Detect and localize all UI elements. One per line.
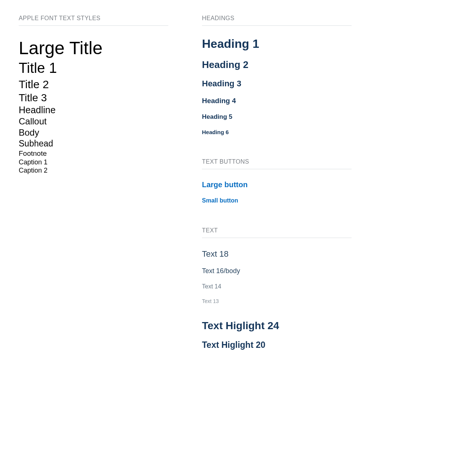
text-13: Text 13 [202,298,444,304]
heading-3: Heading 3 [202,79,444,89]
text-highlight-24: Text Higlight 24 [202,320,444,332]
style-callout: Callout [19,116,180,127]
text-18: Text 18 [202,249,444,259]
style-title-1: Title 1 [19,59,180,77]
heading-4: Heading 4 [202,97,444,105]
heading-6: Heading 6 [202,129,444,135]
divider [202,25,352,26]
style-large-title: Large Title [19,37,180,59]
heading-1: Heading 1 [202,37,444,51]
divider [202,169,352,169]
style-caption-1: Caption 1 [19,158,180,167]
custom-styles-column: HEADINGS Heading 1 Heading 2 Heading 3 H… [202,15,444,358]
text-highlight-20: Text Higlight 20 [202,340,444,350]
text-buttons-section-label: TEXT BUTTONS [202,158,444,165]
style-headline: Headline [19,104,180,116]
style-subhead: Subhead [19,138,180,149]
headings-group: Heading 1 Heading 2 Heading 3 Heading 4 … [202,37,444,135]
style-caption-2: Caption 2 [19,166,180,175]
style-title-2: Title 2 [19,77,180,92]
divider [202,238,352,238]
text-section-label: TEXT [202,227,444,234]
style-footnote: Footnote [19,149,180,158]
heading-5: Heading 5 [202,113,444,121]
headings-section-label: HEADINGS [202,15,444,22]
text-14: Text 14 [202,283,444,290]
text-16-body: Text 16/body [202,267,444,275]
apple-section-label: APPLE FONT TEXT STYLES [19,15,180,22]
heading-2: Heading 2 [202,59,444,71]
small-button[interactable]: Small button [202,197,444,204]
style-title-3: Title 3 [19,91,180,104]
divider [19,25,168,26]
apple-font-styles-column: APPLE FONT TEXT STYLES Large Title Title… [19,15,180,358]
style-body: Body [19,127,180,138]
large-button[interactable]: Large button [202,180,444,189]
